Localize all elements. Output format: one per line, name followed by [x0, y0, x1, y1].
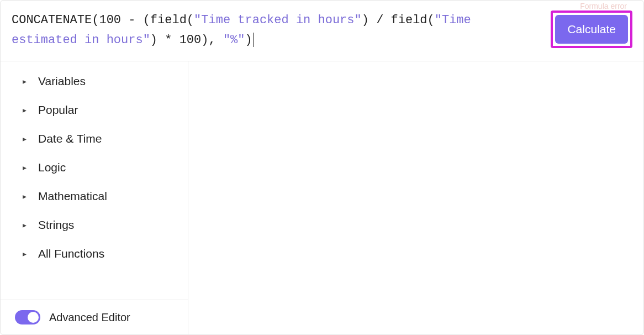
category-item[interactable]: ▸Strings [17, 211, 188, 239]
function-detail-pane [188, 61, 643, 334]
editor-body: ▸Variables▸Popular▸Date & Time▸Logic▸Mat… [1, 61, 643, 334]
category-item[interactable]: ▸Variables [17, 67, 188, 96]
category-label: Popular [38, 103, 78, 117]
formula-editor: Formula error CONCATENATE(100 - (field("… [0, 0, 644, 335]
function-sidebar: ▸Variables▸Popular▸Date & Time▸Logic▸Mat… [1, 61, 188, 334]
category-label: Variables [38, 75, 86, 88]
formula-input[interactable]: CONCATENATE(100 - (field("Time tracked i… [12, 11, 540, 51]
category-item[interactable]: ▸All Functions [17, 239, 188, 268]
category-label: All Functions [38, 247, 104, 260]
category-item[interactable]: ▸Date & Time [17, 124, 188, 153]
calculate-highlight: Calculate [551, 11, 632, 48]
category-label: Mathematical [38, 190, 107, 203]
chevron-right-icon: ▸ [23, 221, 28, 229]
chevron-right-icon: ▸ [23, 77, 28, 86]
chevron-right-icon: ▸ [23, 163, 28, 172]
advanced-editor-toggle[interactable] [15, 310, 40, 324]
category-label: Strings [38, 218, 74, 232]
formula-error-hint: Formula error [580, 2, 627, 11]
formula-bar: Formula error CONCATENATE(100 - (field("… [1, 1, 643, 61]
category-item[interactable]: ▸Logic [17, 153, 188, 182]
chevron-right-icon: ▸ [23, 106, 28, 114]
category-item[interactable]: ▸Mathematical [17, 182, 188, 211]
category-list: ▸Variables▸Popular▸Date & Time▸Logic▸Mat… [1, 61, 188, 300]
chevron-right-icon: ▸ [23, 192, 28, 201]
chevron-right-icon: ▸ [23, 134, 28, 143]
calculate-button[interactable]: Calculate [555, 15, 628, 44]
advanced-editor-label: Advanced Editor [49, 311, 130, 324]
category-label: Logic [38, 161, 66, 174]
category-label: Date & Time [38, 132, 102, 145]
chevron-right-icon: ▸ [23, 249, 28, 258]
category-item[interactable]: ▸Popular [17, 96, 188, 124]
advanced-editor-row: Advanced Editor [1, 300, 188, 334]
